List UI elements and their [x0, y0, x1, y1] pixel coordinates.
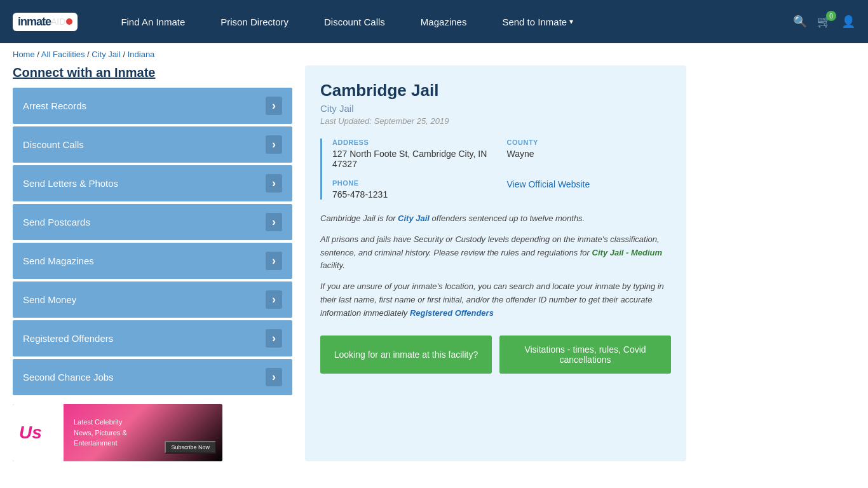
phone-label: PHONE: [332, 179, 497, 187]
sidebar-item-discount-calls[interactable]: Discount Calls ›: [13, 126, 292, 163]
sidebar-item-label: Send Postcards: [23, 217, 90, 227]
sidebar-item-arrest-records[interactable]: Arrest Records ›: [13, 88, 292, 124]
breadcrumb-all-facilities[interactable]: All Facilities: [41, 50, 85, 59]
chevron-right-icon: ›: [266, 135, 282, 154]
sidebar-item-send-magazines[interactable]: Send Magazines ›: [13, 243, 292, 279]
facility-desc-1: Cambridge Jail is for City Jail offender…: [320, 212, 671, 226]
sidebar-item-label: Arrest Records: [23, 100, 86, 111]
logo-text: inmate: [18, 15, 51, 29]
phone-value: 765-478-1231: [332, 189, 497, 200]
city-jail-medium-link[interactable]: City Jail - Medium: [592, 248, 663, 257]
address-value: 127 North Foote St, Cambridge City, IN 4…: [332, 149, 497, 169]
nav-icons: 🔍 🛒 0 👤: [793, 15, 855, 29]
sidebar-item-label: Registered Offenders: [23, 333, 113, 344]
nav-send-to-inmate[interactable]: Send to Inmate ▾: [484, 0, 591, 43]
chevron-right-icon: ›: [266, 290, 282, 309]
nav-prison-directory[interactable]: Prison Directory: [203, 0, 306, 43]
search-icon[interactable]: 🔍: [793, 15, 807, 29]
breadcrumb-home[interactable]: Home: [13, 50, 35, 59]
sidebar-item-send-postcards[interactable]: Send Postcards ›: [13, 204, 292, 240]
visitations-button[interactable]: Visitations - times, rules, Covid cancel…: [499, 336, 671, 374]
nav-discount-calls[interactable]: Discount Calls: [306, 0, 403, 43]
facility-desc-3: If you are unsure of your inmate's locat…: [320, 280, 671, 320]
logo-aid: AID: [51, 17, 65, 27]
facility-type: City Jail: [320, 103, 671, 114]
sidebar-item-send-money[interactable]: Send Money ›: [13, 281, 292, 318]
logo-dot-icon: [66, 18, 72, 25]
county-label: COUNTY: [507, 139, 672, 146]
registered-offenders-link[interactable]: Registered Offenders: [410, 308, 494, 318]
sidebar-item-label: Send Letters & Photos: [23, 178, 118, 189]
facility-info-grid: ADDRESS 127 North Foote St, Cambridge Ci…: [320, 139, 671, 200]
sidebar-item-label: Second Chance Jobs: [23, 372, 114, 383]
sidebar-item-second-chance-jobs[interactable]: Second Chance Jobs ›: [13, 359, 292, 395]
chevron-right-icon: ›: [266, 368, 282, 386]
facility-desc-2: All prisons and jails have Security or C…: [320, 233, 671, 273]
chevron-right-icon: ›: [266, 213, 282, 231]
phone-section: PHONE 765-478-1231: [332, 179, 497, 200]
address-section: ADDRESS 127 North Foote St, Cambridge Ci…: [332, 139, 497, 169]
sidebar-item-registered-offenders[interactable]: Registered Offenders ›: [13, 320, 292, 356]
ad-subscribe-button[interactable]: Subscribe Now: [165, 441, 216, 454]
nav-magazines[interactable]: Magazines: [403, 0, 485, 43]
ad-logo: Us: [13, 404, 64, 461]
sidebar-item-label: Send Magazines: [23, 255, 94, 266]
sidebar-title: Connect with an Inmate: [13, 65, 292, 80]
county-section: COUNTY Wayne: [507, 139, 672, 169]
navbar: inmate AID Find An Inmate Prison Directo…: [0, 0, 868, 43]
find-inmate-button[interactable]: Looking for an inmate at this facility?: [320, 336, 492, 374]
main-content: Connect with an Inmate Arrest Records › …: [0, 65, 699, 474]
chevron-right-icon: ›: [266, 329, 282, 348]
breadcrumb-state[interactable]: Indiana: [128, 50, 155, 59]
advertisement: Us Latest Celebrity News, Pictures & Ent…: [13, 404, 222, 461]
action-buttons: Looking for an inmate at this facility? …: [320, 336, 671, 374]
website-section: View Official Website: [507, 179, 672, 200]
logo[interactable]: inmate AID: [13, 13, 78, 31]
county-value: Wayne: [507, 149, 672, 159]
sidebar-item-label: Discount Calls: [23, 139, 84, 150]
sidebar-item-send-letters-photos[interactable]: Send Letters & Photos ›: [13, 165, 292, 201]
facility-updated: Last Updated: September 25, 2019: [320, 116, 671, 126]
facility-panel: Cambridge Jail City Jail Last Updated: S…: [305, 65, 686, 461]
nav-send-label: Send to Inmate: [502, 17, 567, 27]
nav-links: Find An Inmate Prison Directory Discount…: [103, 0, 793, 43]
breadcrumb-city-jail[interactable]: City Jail: [92, 50, 121, 59]
sidebar: Connect with an Inmate Arrest Records › …: [13, 65, 292, 461]
user-icon[interactable]: 👤: [841, 15, 855, 29]
chevron-right-icon: ›: [266, 174, 282, 193]
breadcrumb: Home / All Facilities / City Jail / Indi…: [0, 43, 868, 65]
chevron-right-icon: ›: [266, 97, 282, 115]
official-website-link[interactable]: View Official Website: [507, 179, 590, 189]
facility-name: Cambridge Jail: [320, 81, 671, 100]
address-label: ADDRESS: [332, 139, 497, 146]
chevron-down-icon: ▾: [569, 17, 573, 26]
chevron-right-icon: ›: [266, 252, 282, 270]
city-jail-link-1[interactable]: City Jail: [398, 214, 430, 223]
cart-badge: 0: [826, 11, 836, 21]
nav-find-inmate[interactable]: Find An Inmate: [103, 0, 203, 43]
cart-icon[interactable]: 🛒 0: [817, 15, 831, 29]
sidebar-item-label: Send Money: [23, 294, 76, 305]
